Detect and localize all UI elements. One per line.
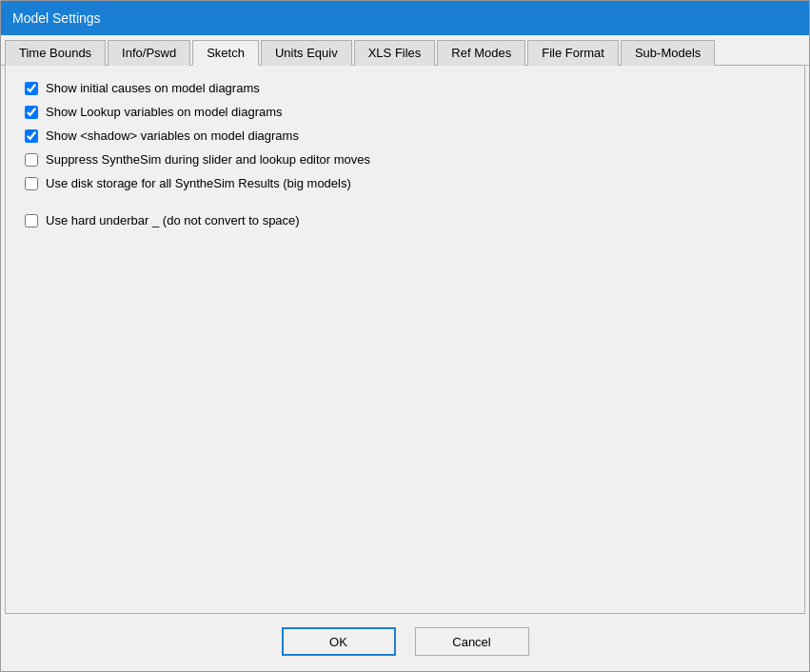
use-hard-underbar-checkbox[interactable]: [25, 214, 38, 227]
tab-sub-models[interactable]: Sub-Models: [621, 40, 715, 66]
show-lookup-variables-row: Show Lookup variables on model diagrams: [25, 105, 785, 119]
cancel-button[interactable]: Cancel: [415, 627, 529, 656]
button-row: OK Cancel: [1, 614, 809, 671]
suppress-synthsim-label[interactable]: Suppress SyntheSim during slider and loo…: [46, 152, 370, 167]
show-initial-causes-checkbox[interactable]: [25, 82, 38, 95]
use-hard-underbar-row: Use hard underbar _ (do not convert to s…: [25, 213, 785, 227]
tab-ref-modes[interactable]: Ref Modes: [437, 40, 525, 66]
sketch-tab-content: Show initial causes on model diagrams Sh…: [5, 66, 805, 614]
title-bar: Model Settings: [1, 1, 809, 35]
use-disk-storage-checkbox[interactable]: [25, 177, 38, 190]
show-shadow-variables-checkbox[interactable]: [25, 129, 38, 143]
show-shadow-variables-row: Show <shadow> variables on model diagram…: [25, 128, 785, 143]
tab-xls-files[interactable]: XLS Files: [354, 40, 436, 66]
use-hard-underbar-label[interactable]: Use hard underbar _ (do not convert to s…: [46, 213, 300, 227]
tab-sketch[interactable]: Sketch: [192, 40, 259, 66]
tab-time-bounds[interactable]: Time Bounds: [5, 40, 106, 66]
show-lookup-variables-label[interactable]: Show Lookup variables on model diagrams: [46, 105, 283, 119]
suppress-synthsim-row: Suppress SyntheSim during slider and loo…: [25, 152, 785, 167]
tab-file-format[interactable]: File Format: [527, 40, 619, 66]
show-shadow-variables-label[interactable]: Show <shadow> variables on model diagram…: [46, 128, 299, 143]
tab-info-pswd[interactable]: Info/Pswd: [108, 40, 190, 66]
show-lookup-variables-checkbox[interactable]: [25, 106, 38, 119]
window-title: Model Settings: [12, 10, 101, 26]
model-settings-window: Model Settings Time Bounds Info/Pswd Ske…: [0, 0, 810, 672]
use-disk-storage-label[interactable]: Use disk storage for all SyntheSim Resul…: [46, 176, 351, 190]
show-initial-causes-label[interactable]: Show initial causes on model diagrams: [46, 81, 260, 95]
show-initial-causes-row: Show initial causes on model diagrams: [25, 81, 785, 95]
tab-units-equiv[interactable]: Units Equiv: [261, 40, 352, 66]
suppress-synthsim-checkbox[interactable]: [25, 153, 38, 167]
tab-bar: Time Bounds Info/Pswd Sketch Units Equiv…: [1, 35, 809, 66]
ok-button[interactable]: OK: [282, 627, 396, 656]
use-disk-storage-row: Use disk storage for all SyntheSim Resul…: [25, 176, 785, 190]
